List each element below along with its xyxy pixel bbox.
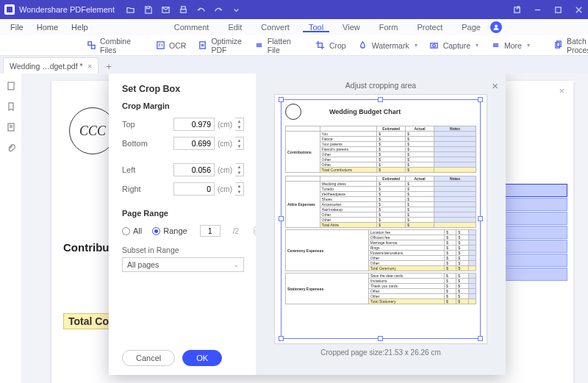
ok-button[interactable]: OK <box>182 350 222 366</box>
preview-label: Adjust cropping area <box>345 81 416 90</box>
side-toolbar <box>0 74 22 383</box>
redo-icon[interactable] <box>213 4 223 15</box>
crop-handle[interactable] <box>279 97 284 102</box>
crop-handle[interactable] <box>279 216 284 221</box>
tab-convert[interactable]: Convert <box>251 23 299 32</box>
crop-handle[interactable] <box>279 336 284 341</box>
titlebar-chevron-icon[interactable] <box>231 4 241 15</box>
document-tab-label: Wedding …dget.pdf * <box>10 62 83 71</box>
crop-preview[interactable]: Wedding Budget Chart EstimatedActualNote… <box>274 94 487 344</box>
crop-handle[interactable] <box>378 97 383 102</box>
more-icon <box>490 40 501 51</box>
crop-size-label: Cropped page size:21.53 x 26.26 cm <box>320 348 440 357</box>
top-stepper[interactable]: ▲▼ <box>235 118 244 131</box>
top-label: Top <box>122 120 154 129</box>
left-stepper[interactable]: ▲▼ <box>235 163 244 176</box>
tool-combine[interactable]: Combine Files <box>87 37 132 54</box>
flatten-icon <box>254 40 264 51</box>
page-range-heading: Page Range <box>122 209 244 218</box>
tool-batch[interactable]: Batch Process <box>553 37 588 54</box>
tool-crop[interactable]: Crop <box>315 40 346 51</box>
tab-edit[interactable]: Edit <box>218 23 251 32</box>
search-side-icon[interactable] <box>6 122 16 132</box>
canvas[interactable]: × CCC Contributions Total Contributions … <box>22 74 588 383</box>
bookmark-icon[interactable] <box>6 101 16 112</box>
document-tab[interactable]: Wedding …dget.pdf * × <box>3 57 98 74</box>
workspace: × CCC Contributions Total Contributions … <box>0 74 588 383</box>
minimize-icon[interactable] <box>532 4 542 15</box>
tab-page[interactable]: Page <box>452 23 490 32</box>
batch-icon <box>553 40 563 51</box>
cancel-button[interactable]: Cancel <box>122 350 175 366</box>
ocr-icon <box>155 40 165 51</box>
crop-handle[interactable] <box>478 336 483 341</box>
crop-dialog: Set Crop Box Crop Margin Top (cm) ▲▼ Bot… <box>109 74 506 375</box>
maximize-icon[interactable] <box>553 4 563 15</box>
crop-handle[interactable] <box>378 336 383 341</box>
undo-icon[interactable] <box>196 4 206 15</box>
document-tabs: Wedding …dget.pdf * × + <box>0 56 588 74</box>
close-icon[interactable] <box>573 4 584 15</box>
tool-flatten[interactable]: Flatten File <box>254 37 292 54</box>
unit-label: (cm) <box>218 140 232 148</box>
watermark-icon <box>358 40 368 51</box>
svg-rect-8 <box>92 46 96 49</box>
chevron-down-icon: ⌄ <box>234 262 239 268</box>
subset-select[interactable]: All pages ⌄ <box>122 257 244 272</box>
unit-label: (cm) <box>218 185 232 193</box>
chevron-down-icon: ▾ <box>476 42 478 49</box>
svg-rect-13 <box>556 43 560 48</box>
tool-watermark[interactable]: Watermark▾ <box>358 40 417 51</box>
combine-icon <box>87 40 96 51</box>
bottom-stepper[interactable]: ▲▼ <box>235 137 244 150</box>
crop-handle[interactable] <box>478 97 483 102</box>
menu-home[interactable]: Home <box>37 23 58 32</box>
app-name: Wondershare PDFelement <box>19 5 115 14</box>
right-stepper[interactable]: ▲▼ <box>235 182 244 196</box>
range-input[interactable] <box>200 225 220 237</box>
tool-more[interactable]: More▾ <box>490 40 530 51</box>
avatar[interactable] <box>490 21 502 33</box>
optimize-icon <box>198 40 207 51</box>
bottom-label: Bottom <box>122 139 154 148</box>
crop-margin-heading: Crop Margin <box>122 101 244 110</box>
left-input[interactable] <box>173 163 215 176</box>
popout-icon[interactable] <box>512 4 522 15</box>
right-input[interactable] <box>173 182 215 196</box>
svg-rect-10 <box>200 42 205 49</box>
svg-rect-3 <box>181 6 185 9</box>
tool-ocr[interactable]: OCR <box>155 40 186 51</box>
svg-rect-15 <box>8 82 14 90</box>
tool-capture[interactable]: Capture▾ <box>429 40 478 51</box>
mail-icon[interactable] <box>160 4 171 15</box>
chevron-down-icon: ▾ <box>415 42 417 49</box>
tab-close-icon[interactable]: × <box>87 62 92 71</box>
save-icon[interactable] <box>143 4 153 15</box>
attachment-icon[interactable] <box>6 143 16 153</box>
menu-file[interactable]: File <box>10 23 24 32</box>
svg-rect-9 <box>157 42 163 49</box>
chevron-down-icon: ▾ <box>527 42 530 49</box>
tool-row: Combine Files OCR Optimize PDF Flatten F… <box>0 35 588 56</box>
range-total: /2 <box>233 227 239 235</box>
menu-help[interactable]: Help <box>71 23 88 32</box>
tool-optimize[interactable]: Optimize PDF <box>198 37 242 54</box>
tab-tool[interactable]: Tool <box>299 23 333 32</box>
crop-handle[interactable] <box>478 216 483 221</box>
tab-form[interactable]: Form <box>370 23 408 32</box>
bottom-input[interactable] <box>173 137 215 150</box>
add-tab-button[interactable]: + <box>101 59 116 74</box>
radio-all[interactable]: All <box>122 226 142 235</box>
dialog-close-icon[interactable]: × <box>492 79 498 92</box>
svg-rect-2 <box>180 9 185 12</box>
page-close-icon[interactable]: × <box>559 85 564 96</box>
crop-icon <box>315 40 326 51</box>
top-input[interactable] <box>173 118 215 131</box>
thumbnails-icon[interactable] <box>6 81 16 91</box>
tab-comment[interactable]: Comment <box>165 23 219 32</box>
print-icon[interactable] <box>178 4 188 15</box>
tab-protect[interactable]: Protect <box>407 23 452 32</box>
tab-view[interactable]: View <box>333 23 370 32</box>
open-icon[interactable] <box>125 4 135 15</box>
radio-range[interactable]: Range <box>152 226 187 235</box>
